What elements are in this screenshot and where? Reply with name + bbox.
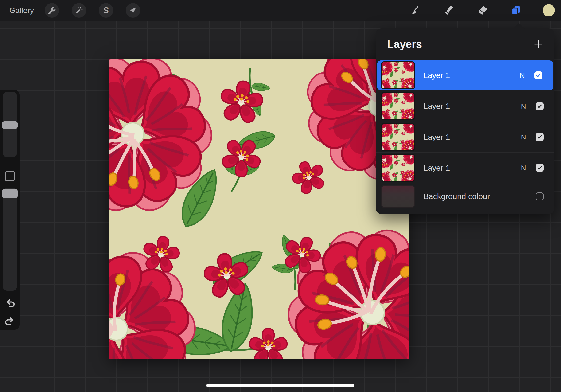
layers-panel-title: Layers <box>387 38 422 51</box>
layer-name: Layer 1 <box>423 71 450 80</box>
blend-mode-button[interactable]: N <box>517 133 530 141</box>
brush-icon <box>411 5 421 15</box>
visibility-checkbox[interactable] <box>536 193 544 200</box>
right-tool-group <box>410 4 561 16</box>
layer-name: Layer 1 <box>423 163 450 173</box>
undo-icon <box>4 298 15 308</box>
adjustments-button[interactable] <box>72 3 86 18</box>
checkmark-icon <box>536 73 541 78</box>
visibility-checkbox[interactable] <box>536 133 544 141</box>
transform-button[interactable] <box>126 3 140 18</box>
transform-arrow-icon <box>129 6 137 15</box>
smudge-button[interactable] <box>443 4 455 16</box>
layer-thumbnail[interactable] <box>381 154 415 182</box>
layer-name: Layer 1 <box>423 101 450 111</box>
smudge-finger-icon <box>444 5 454 15</box>
layer-name: Layer 1 <box>423 132 450 142</box>
checkmark-icon <box>537 103 542 109</box>
layer-thumbnail[interactable] <box>381 92 415 120</box>
checkmark-icon <box>537 134 542 140</box>
paint-button[interactable] <box>410 4 422 16</box>
opacity-slider[interactable] <box>3 188 17 291</box>
modify-button[interactable] <box>5 171 15 181</box>
layer-row[interactable]: Layer 1 N <box>376 121 554 152</box>
top-toolbar: Gallery S <box>0 0 561 21</box>
layer-list: Layer 1 N Layer 1 N <box>376 60 554 209</box>
plus-icon <box>533 39 544 49</box>
blend-mode-button[interactable]: N <box>517 164 530 172</box>
layer-row[interactable]: Layer 1 N <box>376 91 554 121</box>
layers-button[interactable] <box>510 4 522 16</box>
background-colour-label: Background colour <box>423 192 490 201</box>
layer-thumbnail[interactable] <box>381 123 415 151</box>
gallery-button[interactable]: Gallery <box>9 6 34 15</box>
redo-icon <box>4 316 15 326</box>
brush-size-slider[interactable] <box>3 92 17 157</box>
visibility-checkbox[interactable] <box>534 71 542 79</box>
layer-thumbnail[interactable] <box>381 61 415 89</box>
undo-button[interactable] <box>3 297 16 309</box>
home-indicator[interactable] <box>206 384 354 387</box>
erase-button[interactable] <box>477 4 489 16</box>
layers-icon <box>511 5 521 15</box>
opacity-slider-handle[interactable] <box>2 189 18 198</box>
canvas[interactable] <box>109 59 409 359</box>
procreate-app: Gallery S <box>0 0 561 392</box>
redo-button[interactable] <box>3 315 16 327</box>
add-layer-button[interactable] <box>533 39 544 50</box>
layer-row[interactable]: Layer 1 N <box>376 152 554 183</box>
layers-panel: Layers Layer 1 N <box>376 28 554 214</box>
background-colour-row[interactable]: Background colour <box>376 183 554 209</box>
selection-s-icon: S <box>103 6 109 15</box>
eraser-icon <box>478 5 488 15</box>
blend-mode-button[interactable]: N <box>516 71 529 79</box>
layer-row[interactable]: Layer 1 N <box>377 60 553 90</box>
wrench-icon <box>48 6 56 15</box>
blend-mode-button[interactable]: N <box>517 102 530 110</box>
visibility-checkbox[interactable] <box>536 164 544 172</box>
selection-button[interactable]: S <box>99 3 113 18</box>
actions-button[interactable] <box>45 3 59 18</box>
color-swatch-button[interactable] <box>543 4 555 16</box>
sidebar <box>0 90 20 330</box>
brush-size-slider-handle[interactable] <box>2 121 18 129</box>
panel-notch-arrow <box>512 23 525 29</box>
magic-wand-icon <box>75 6 83 15</box>
checkmark-icon <box>537 165 542 171</box>
visibility-checkbox[interactable] <box>536 102 544 110</box>
layers-panel-header: Layers <box>376 28 554 60</box>
background-colour-thumbnail[interactable] <box>381 185 415 208</box>
floral-pattern-artwork <box>109 59 409 359</box>
